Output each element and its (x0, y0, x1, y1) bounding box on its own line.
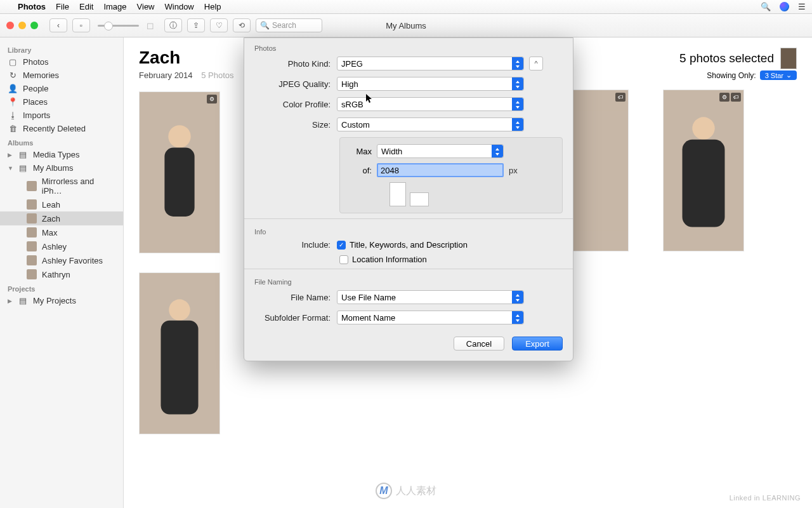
jpeg-quality-select[interactable]: High (337, 77, 524, 91)
dropdown-arrow-icon (512, 118, 523, 131)
photo-thumbnail[interactable]: ⚙🏷 (663, 90, 744, 251)
menu-help[interactable]: Help (204, 2, 221, 11)
album-thumb-icon (27, 241, 37, 251)
dimension-value-input[interactable]: 2048 (377, 163, 504, 177)
rotate-button[interactable]: ⟲ (233, 18, 251, 32)
size-select[interactable]: Custom (337, 117, 524, 131)
pin-icon: 📍 (8, 97, 18, 107)
include-title-label: Title, Keywords, and Description (350, 240, 468, 250)
menu-view[interactable]: View (137, 2, 155, 11)
back-button[interactable]: ‹ (49, 18, 67, 32)
svg-rect-3 (568, 111, 628, 230)
tag-icon: 🏷 (731, 93, 741, 102)
share-button[interactable]: ⇪ (187, 18, 205, 32)
watermark-logo-icon: M (376, 483, 392, 499)
search-input[interactable]: 🔍 Search (256, 18, 322, 32)
clock-icon: ↻ (8, 70, 18, 80)
info-button[interactable]: ⓘ (164, 18, 182, 32)
album-thumb-icon (27, 199, 37, 210)
color-profile-select[interactable]: sRGB (337, 97, 524, 111)
sidebar-album-zach[interactable]: Zach (0, 211, 123, 225)
sidebar-item-recently-deleted[interactable]: 🗑Recently Deleted (0, 122, 123, 135)
menu-edit[interactable]: Edit (79, 2, 93, 11)
file-name-select[interactable]: Use File Name (337, 290, 524, 304)
adjust-icon: ⚙ (719, 93, 730, 102)
sidebar-album-ashley[interactable]: Ashley (0, 239, 123, 253)
sidebar: Library ▢Photos ↻Memories 👤People 📍Place… (0, 37, 124, 508)
sidebar-album-max[interactable]: Max (0, 225, 123, 239)
thumbnail-size-small-icon[interactable]: ▫ (72, 18, 90, 32)
minimize-window-button[interactable] (18, 22, 26, 29)
menu-window[interactable]: Window (165, 2, 194, 11)
menu-image[interactable]: Image (103, 2, 126, 11)
menu-app[interactable]: Photos (18, 2, 46, 11)
section-photos: Photos (244, 38, 573, 53)
spotlight-icon[interactable]: 🔍 (761, 2, 771, 11)
include-location-checkbox[interactable] (339, 255, 348, 264)
photo-kind-select[interactable]: JPEG (337, 57, 524, 70)
search-icon: 🔍 (260, 21, 270, 30)
watermark-linkedin: Linked in LEARNING (730, 494, 801, 502)
dropdown-arrow-icon (512, 311, 523, 324)
chevron-down-icon: ▼ (8, 165, 13, 171)
selection-info: 5 photos selected (679, 48, 797, 69)
svg-rect-6 (683, 140, 725, 227)
subfolder-format-select[interactable]: Moment Name (337, 311, 524, 324)
folder-icon: ▤ (18, 296, 28, 305)
album-thumb-icon (27, 269, 37, 279)
dropdown-arrow-icon (512, 77, 523, 90)
sidebar-album-mirrorless[interactable]: Mirrorless and iPh… (0, 175, 123, 197)
sidebar-item-places[interactable]: 📍Places (0, 95, 123, 109)
search-placeholder: Search (272, 21, 296, 30)
thumbnail-size-large-icon: ◻ (147, 20, 154, 30)
extra-options-button[interactable]: ^ (529, 57, 543, 70)
favorite-button[interactable]: ♡ (210, 18, 228, 32)
export-button[interactable]: Export (512, 337, 563, 351)
close-window-button[interactable] (6, 22, 14, 29)
star-filter-dropdown[interactable]: 3 Star⌄ (760, 70, 797, 80)
cancel-button[interactable]: Cancel (454, 337, 504, 351)
custom-size-box: Max Width of: 2048 px (339, 137, 563, 213)
of-label: of: (349, 166, 372, 175)
siri-icon[interactable] (780, 2, 789, 11)
stack-icon: ▤ (18, 150, 28, 159)
max-dimension-select[interactable]: Width (377, 144, 504, 158)
photo-thumbnail[interactable] (139, 272, 220, 434)
chevron-down-icon: ⌄ (786, 71, 792, 79)
include-title-checkbox[interactable]: ✓ (337, 241, 346, 250)
sidebar-album-leah[interactable]: Leah (0, 197, 123, 211)
dropdown-arrow-icon (512, 98, 523, 110)
traffic-lights (6, 22, 38, 29)
svg-rect-9 (160, 321, 198, 415)
sidebar-item-memories[interactable]: ↻Memories (0, 69, 123, 82)
svg-point-8 (169, 299, 190, 320)
sidebar-item-imports[interactable]: ⭳Imports (0, 109, 123, 122)
photo-thumbnail[interactable]: 🏷 (568, 90, 629, 251)
sidebar-item-my-projects[interactable]: ▶▤My Projects (0, 294, 123, 307)
sidebar-item-media-types[interactable]: ▶▤Media Types (0, 148, 123, 161)
subfolder-format-label: Subfolder Format: (254, 313, 337, 323)
section-file-naming: File Naming (244, 272, 573, 287)
px-label: px (509, 166, 518, 175)
selection-thumbnail (780, 48, 797, 69)
photo-thumbnail[interactable]: ⚙ (139, 91, 220, 253)
sidebar-item-my-albums[interactable]: ▼▤My Albums (0, 161, 123, 175)
dropdown-arrow-icon (512, 57, 523, 70)
menu-list-icon[interactable]: ☰ (798, 2, 806, 11)
thumbnail-size-slider[interactable] (98, 25, 139, 27)
sidebar-album-ashley-favorites[interactable]: Ashley Favorites (0, 253, 123, 267)
portrait-sample-icon (390, 182, 406, 206)
photo-kind-label: Photo Kind: (254, 59, 337, 69)
trash-icon: 🗑 (8, 124, 18, 133)
dropdown-arrow-icon (512, 291, 523, 304)
person-icon: 👤 (8, 84, 18, 93)
sidebar-item-photos[interactable]: ▢Photos (0, 55, 123, 69)
sidebar-album-kathryn[interactable]: Kathryn (0, 267, 123, 281)
menu-file[interactable]: File (56, 2, 69, 11)
sidebar-item-people[interactable]: 👤People (0, 82, 123, 95)
landscape-sample-icon (410, 192, 429, 206)
zoom-window-button[interactable] (30, 22, 38, 29)
folder-icon: ▤ (18, 163, 28, 173)
section-info: Info (244, 222, 573, 237)
system-menubar: Photos File Edit Image View Window Help … (0, 0, 812, 14)
